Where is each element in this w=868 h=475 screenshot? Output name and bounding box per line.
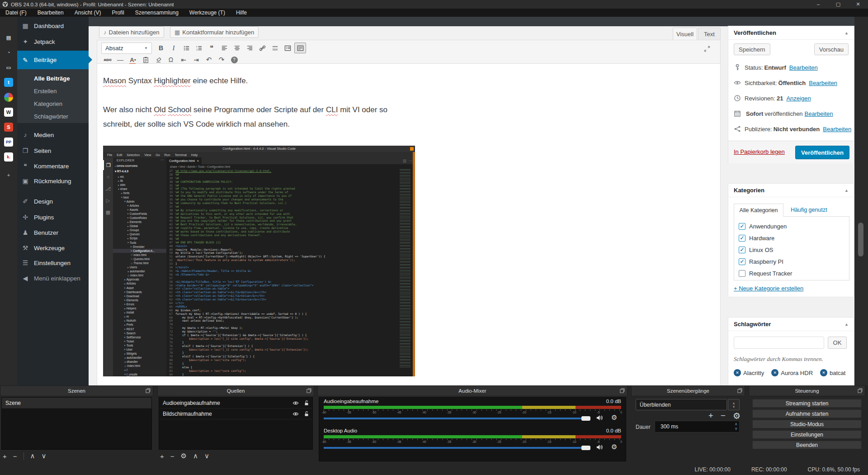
checkbox-checked[interactable]: ✓ bbox=[739, 235, 745, 242]
tree-item-Prefs[interactable]: ▸Prefs bbox=[113, 323, 166, 327]
tree-item-Configuration-h-[interactable]: ≡Configuration.h... bbox=[113, 249, 166, 253]
tree-item-autohandler[interactable]: ≡autohandler bbox=[113, 356, 166, 360]
tree-item-Download[interactable]: ▸Download bbox=[113, 294, 166, 298]
tab-all-categories[interactable]: Alle Kategorien bbox=[734, 204, 783, 217]
edit-link[interactable]: Bearbeiten bbox=[809, 80, 837, 86]
tree-item-Tools[interactable]: ▸Tools bbox=[113, 343, 166, 347]
read-more-button[interactable] bbox=[269, 43, 281, 53]
sources-dock-header[interactable]: Quellen bbox=[157, 385, 314, 396]
sidebar-item-kommentare[interactable]: ❝Kommentare bbox=[17, 159, 89, 173]
tag-ok-button[interactable]: OK bbox=[828, 337, 847, 349]
tree-item-dhandler[interactable]: ≡dhandler bbox=[113, 360, 166, 364]
menu-item-szenensammlung[interactable]: Szenensammlung bbox=[130, 10, 184, 16]
files-icon[interactable]: ❐ bbox=[103, 160, 113, 170]
control-button-beenden[interactable]: Beenden bbox=[752, 441, 862, 449]
remove-tag-icon[interactable]: ✕ bbox=[820, 369, 827, 376]
tree-item-l[interactable]: ≡l bbox=[113, 368, 166, 372]
tab-visual[interactable]: Visuell bbox=[673, 28, 697, 40]
lock-icon[interactable] bbox=[303, 400, 310, 406]
tree-item-SelfService[interactable]: ▸SelfService bbox=[113, 335, 166, 339]
italic-button[interactable]: I bbox=[168, 43, 179, 53]
tree-item-Widgets[interactable]: ▸Widgets bbox=[113, 352, 166, 356]
tree-item-CustomFields[interactable]: ▸CustomFields bbox=[113, 212, 166, 216]
tree-item-fonts[interactable]: ▸fonts bbox=[113, 191, 166, 195]
source-item-bildschirmaufnahme[interactable]: Bildschirmaufnahme bbox=[159, 408, 312, 419]
lock-icon[interactable] bbox=[303, 411, 310, 417]
duration-spinner[interactable]: ∧∨ bbox=[735, 422, 737, 431]
sidebar-item-einstellungen[interactable]: ☰Einstellungen bbox=[17, 256, 89, 270]
scene-up-icon[interactable]: ∧ bbox=[30, 452, 35, 460]
volume-track[interactable] bbox=[324, 447, 590, 449]
tree-item-Groups[interactable]: ▸Groups bbox=[113, 228, 166, 232]
tree-item-Queues[interactable]: ▸Queues bbox=[113, 232, 166, 236]
publish-box-header[interactable]: Veröffentlichen ▲ bbox=[728, 26, 854, 40]
scrollbar-thumb[interactable] bbox=[858, 223, 863, 256]
edit-link[interactable]: Anzeigen bbox=[786, 95, 811, 102]
save-draft-button[interactable]: Speichern bbox=[734, 43, 770, 55]
sidebar-item-dashboard[interactable]: ▦Dashboard bbox=[17, 19, 89, 33]
scenes-dock-header[interactable]: Szenen bbox=[0, 385, 153, 396]
vscode-menu-terminal[interactable]: Terminal bbox=[172, 153, 189, 157]
source-item-audioeingabeaufnahme[interactable]: Audioeingabeaufnahme bbox=[159, 398, 312, 408]
sidebar-item-werkzeuge[interactable]: ⚒Werkzeuge bbox=[17, 241, 89, 255]
tree-item-REST[interactable]: ▸REST bbox=[113, 327, 166, 331]
checkbox-checked[interactable]: ✓ bbox=[739, 223, 745, 230]
transition-select-spinner[interactable]: ∧∨ bbox=[728, 399, 740, 410]
tree-item-Theme-html[interactable]: ◇Theme.html bbox=[113, 261, 166, 265]
transition-select[interactable]: Überblenden bbox=[636, 399, 727, 410]
vscode-menu-view[interactable]: View bbox=[142, 153, 153, 157]
source-up-icon[interactable]: ∧ bbox=[193, 452, 198, 460]
remove-tag-icon[interactable]: ✕ bbox=[734, 369, 741, 376]
blockquote-button[interactable]: ❝ bbox=[206, 43, 217, 53]
control-button-aufnahme-starten[interactable]: Aufnahme starten bbox=[752, 409, 862, 418]
pinned-tab-add-tab[interactable]: + bbox=[4, 171, 13, 180]
align-center-button[interactable] bbox=[231, 43, 243, 53]
tree-item-Ticket[interactable]: ▸Ticket bbox=[113, 339, 166, 343]
sidebar-item-seiten[interactable]: ❐Seiten bbox=[17, 144, 89, 157]
remove-tag-icon[interactable]: ✕ bbox=[771, 369, 778, 376]
source-down-icon[interactable]: ∨ bbox=[204, 452, 209, 460]
tags-box-header[interactable]: Schlagwörter ▲ bbox=[728, 318, 854, 331]
menu-item-profil[interactable]: Profil bbox=[106, 10, 129, 16]
tree-item-index-html[interactable]: ◇index.html bbox=[113, 253, 166, 257]
control-button-streaming-starten[interactable]: Streaming starten bbox=[752, 399, 862, 408]
vscode-menu-file[interactable]: File bbox=[105, 153, 114, 157]
tree-item-Dashboards[interactable]: ▸Dashboards bbox=[113, 290, 166, 294]
tree-item-l-unsafe[interactable]: ≡l_unsafe bbox=[113, 372, 166, 376]
menu-item-bearbeiten[interactable]: Bearbeiten bbox=[32, 10, 69, 16]
tree-item-Tools[interactable]: ▾Tools bbox=[113, 241, 166, 245]
speaker-icon[interactable] bbox=[596, 414, 604, 422]
edit-link[interactable]: Bearbeiten bbox=[789, 64, 818, 71]
tree-item-Assets[interactable]: ▸Assets bbox=[113, 208, 166, 212]
sidebar-item-medien[interactable]: ♪Medien bbox=[17, 128, 89, 142]
maximize-button[interactable]: ▢ bbox=[828, 0, 848, 9]
tree-item-index-html[interactable]: ◇index.html bbox=[113, 273, 166, 277]
channel-settings-icon[interactable]: ⚙ bbox=[611, 413, 617, 422]
edit-link[interactable]: Bearbeiten bbox=[823, 126, 851, 133]
speaker-icon[interactable] bbox=[596, 444, 604, 451]
pinned-tab-speedtest[interactable]: S bbox=[4, 123, 13, 132]
checkbox-checked[interactable]: ✓ bbox=[739, 258, 745, 265]
collapse-icon[interactable]: ▲ bbox=[844, 31, 849, 35]
search-icon[interactable]: ○ bbox=[103, 172, 113, 182]
add-media-button[interactable]: ♪ Dateien hinzufügen bbox=[99, 26, 164, 38]
pinned-tab-paypal[interactable]: PP bbox=[4, 138, 13, 147]
tree-item-Scrips[interactable]: ▸Scrips bbox=[113, 236, 166, 240]
menu-item-werkzeuge[interactable]: Werkzeuge (T) bbox=[184, 10, 231, 16]
align-right-button[interactable] bbox=[244, 43, 255, 53]
tree-item-CustomRoles[interactable]: ▸CustomRoles bbox=[113, 216, 166, 220]
tree-item-Elements[interactable]: ▸Elements bbox=[113, 220, 166, 224]
tree-item-Helpers[interactable]: ▸Helpers bbox=[113, 306, 166, 310]
tree-item-Search[interactable]: ▸Search bbox=[113, 331, 166, 335]
checkbox-unchecked[interactable] bbox=[739, 270, 745, 277]
tree-item-Approvals[interactable]: ▸Approvals bbox=[113, 277, 166, 281]
close-button[interactable]: ✕ bbox=[848, 0, 868, 9]
pinned-tab-wordpress[interactable]: W bbox=[4, 108, 13, 117]
sidebar-item-design[interactable]: ✐Design bbox=[17, 195, 89, 208]
sidebar-item-plugins[interactable]: ✢Plugins bbox=[17, 210, 89, 224]
tree-item-Errors[interactable]: ▸Errors bbox=[113, 302, 166, 306]
add-contact-form-button[interactable]: ▦ Kontaktformular hinzufügen bbox=[170, 26, 259, 38]
source-remove-icon[interactable]: − bbox=[170, 452, 175, 460]
tree-item-Global[interactable]: ▸Global bbox=[113, 224, 166, 228]
tree-item-m[interactable]: ▸m bbox=[113, 314, 166, 318]
